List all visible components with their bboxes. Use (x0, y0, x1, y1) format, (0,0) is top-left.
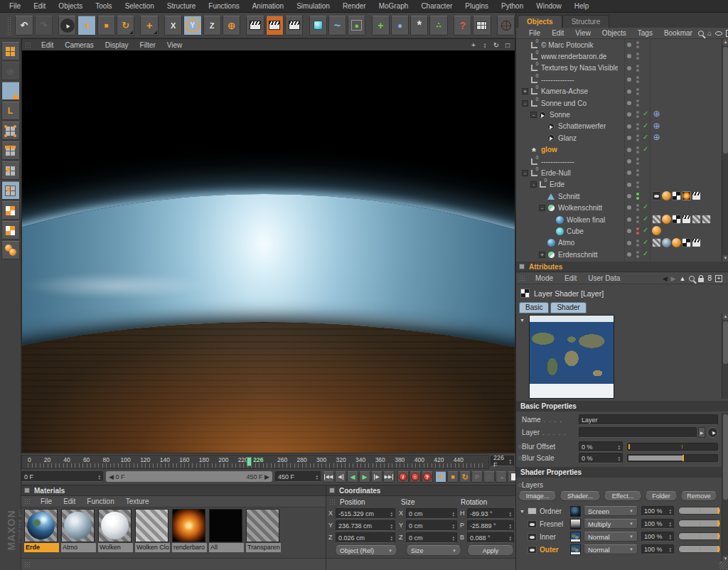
expander-icon[interactable]: - (530, 181, 537, 188)
viewport-menu-view[interactable]: View (161, 41, 188, 49)
tree-row-schnitt[interactable]: Schnitt (516, 190, 728, 202)
customize-layout-button[interactable] (473, 16, 491, 36)
target-tag[interactable]: ⊕ (652, 122, 661, 131)
viewport-pan-icon[interactable]: + (469, 41, 478, 49)
tree-row-textures-by-nasa-visible-eart[interactable]: Textures by Nasa Visible Eart (516, 63, 728, 74)
layer-dot-icon[interactable] (627, 159, 631, 163)
deformer-button[interactable]: ● (391, 16, 409, 36)
layer-opacity-slider[interactable] (678, 532, 721, 540)
layer-dot-icon[interactable] (627, 90, 631, 94)
layer-opacity-field[interactable]: 100 %▴▾ (641, 544, 674, 554)
size-x-field-spinner[interactable]: ▴▾ (450, 511, 454, 517)
layer-dot-icon[interactable] (627, 112, 631, 117)
attributes-menu-edit[interactable]: Edit (559, 274, 582, 282)
spheretex-tag[interactable] (662, 238, 671, 247)
up-arrow-icon[interactable]: ▲ (680, 275, 686, 282)
attributes-menu-mode[interactable]: Mode (530, 274, 559, 282)
attr-scroll-thumb[interactable] (723, 414, 728, 500)
eye-icon[interactable] (528, 520, 537, 528)
slider-cursor[interactable] (628, 444, 630, 449)
stripe-tag[interactable] (702, 215, 711, 224)
tree-row-erde-null[interactable]: -Erde-Null (516, 167, 728, 178)
playhead[interactable] (247, 457, 252, 466)
eye-icon[interactable] (715, 31, 722, 36)
phong-tag[interactable] (662, 191, 671, 200)
rotation-h-field[interactable]: -89.93 °▴▾ (467, 508, 514, 519)
attributes-menu-user-data[interactable]: User Data (582, 274, 626, 282)
make-editable-button[interactable] (1, 42, 20, 60)
rotation-p-field[interactable]: -25.889 °▴▾ (467, 520, 514, 531)
enabled-check-icon[interactable]: ✓ (643, 133, 648, 141)
range-start-field[interactable]: 0 F ▴▾ (21, 471, 103, 482)
key-parameter-toggle[interactable]: P (471, 471, 483, 483)
visibility-dots[interactable] (636, 240, 639, 247)
shader-layer-inner[interactable]: InnerNormal▼100 %▴▾ (516, 531, 728, 544)
blend-mode-dropdown[interactable]: Multiply▼ (584, 519, 638, 529)
viewport-canvas[interactable] (22, 50, 515, 453)
tree-row-glow[interactable]: *glow✓ (516, 144, 728, 156)
menubar-item-tools[interactable]: Tools (89, 2, 118, 10)
visibility-dots[interactable] (636, 181, 639, 188)
axis-z-button[interactable]: Z (203, 16, 221, 36)
enabled-check-icon[interactable]: ✓ (643, 238, 648, 246)
material-swatch-atmo[interactable]: Atmo (61, 509, 96, 552)
enabled-check-icon[interactable]: ✓ (643, 145, 648, 153)
record-keyframe-button[interactable]: / (397, 471, 409, 483)
blur-offset-field[interactable]: 0 % ▴▾ (579, 441, 623, 452)
visibility-dots[interactable] (636, 134, 639, 141)
panel-square-icon[interactable] (519, 264, 525, 269)
enabled-check-icon[interactable]: ✓ (643, 249, 648, 257)
position-y-field-spinner[interactable]: ▴▾ (388, 523, 392, 529)
layer-dot-icon[interactable] (627, 54, 631, 58)
uvw-tag[interactable] (672, 191, 681, 200)
visibility-dots[interactable] (636, 193, 639, 200)
render-view-button[interactable] (246, 16, 264, 36)
layer-opacity-field[interactable]: 100 %▴▾ (641, 532, 674, 542)
size-y-field[interactable]: 0 cm▴▾ (406, 520, 457, 531)
materials-grip[interactable] (24, 498, 31, 505)
object-axis-mode-button[interactable] (1, 82, 20, 100)
tree-row-cube[interactable]: Cube✓ (516, 225, 728, 237)
key-select-toggle[interactable]: ▲ (496, 471, 507, 483)
enabled-check-icon[interactable]: ✓ (643, 122, 648, 129)
blur-scale-field[interactable]: 0 % ▴▾ (579, 453, 623, 463)
target-tag[interactable]: ⊕ (652, 109, 661, 119)
layer-dot-icon[interactable] (627, 77, 631, 82)
tree-row-wolken-final[interactable]: Wolken final✓ (516, 214, 728, 225)
axis-mode-button[interactable]: L (1, 102, 20, 120)
visibility-dots[interactable] (636, 204, 639, 211)
blend-mode-dropdown[interactable]: Normal▼ (584, 532, 638, 542)
nav-back-icon[interactable]: ◀ (663, 275, 668, 282)
edge-mode-button[interactable] (1, 141, 20, 160)
shader-layer-fresnel[interactable]: FresnelMultiply▼100 %▴▾ (516, 518, 728, 531)
key-rotation-toggle[interactable]: ↻ (459, 471, 471, 483)
menubar-item-objects[interactable]: Objects (52, 2, 89, 10)
undo-button[interactable]: ↶ (15, 16, 33, 36)
layer-image-button[interactable]: Image... (518, 491, 557, 501)
viewport-maximize-icon[interactable]: □ (503, 41, 512, 49)
layer-opacity-slider[interactable] (678, 507, 721, 515)
layer-field[interactable] (579, 427, 697, 438)
enabled-check-icon[interactable]: ✓ (643, 109, 648, 117)
blend-mode-dropdown[interactable]: Normal▼ (584, 544, 638, 554)
layer-thumbnail[interactable] (570, 519, 581, 529)
layer-popup-button[interactable]: ▶ (698, 427, 705, 438)
visibility-dots[interactable] (636, 41, 639, 48)
name-field[interactable]: Layer (579, 414, 718, 425)
move-button[interactable]: + (77, 16, 95, 36)
primitive-cube-button[interactable] (309, 16, 327, 36)
coordinates-button-size[interactable]: Size▼ (406, 545, 461, 556)
stripe-tag[interactable] (652, 238, 661, 247)
play-forward-button[interactable]: ▶ (359, 471, 370, 483)
viewport-menu-edit[interactable]: Edit (36, 41, 59, 49)
search-icon[interactable] (689, 276, 695, 281)
tree-row-erdenschnitt[interactable]: +Erdenschnitt✓ (516, 249, 728, 260)
layer-dot-icon[interactable] (627, 229, 631, 233)
range-end-field[interactable]: 450 F ▴▾ (275, 471, 321, 482)
modeling-tools-button[interactable]: + (372, 16, 390, 36)
menubar-item-plugins[interactable]: Plugins (459, 2, 495, 10)
coordinates-grip[interactable] (329, 499, 336, 505)
scroll-down-arrow[interactable]: ▼ (722, 255, 728, 262)
visibility-dots[interactable] (636, 111, 639, 118)
visibility-dots[interactable] (636, 251, 639, 258)
